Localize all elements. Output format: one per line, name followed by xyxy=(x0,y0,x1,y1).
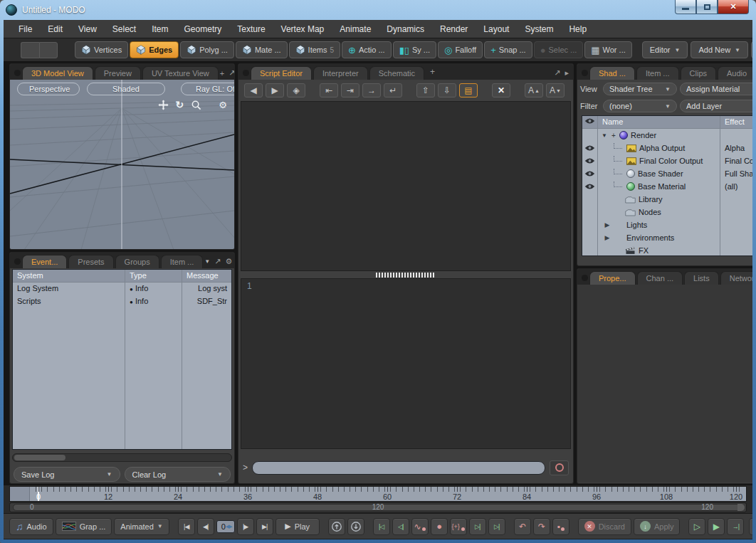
rotate-icon[interactable]: ↻ xyxy=(176,99,184,110)
nav-back-button[interactable]: ◀ xyxy=(244,83,263,97)
clear-log-dropdown[interactable]: Clear Log ▼ xyxy=(125,467,231,482)
undo-key-button[interactable]: ↶ xyxy=(514,518,531,535)
visibility-toggle[interactable] xyxy=(582,154,597,167)
effect-value[interactable]: Alpha xyxy=(720,142,752,154)
go-to-start-button[interactable]: |◀ xyxy=(178,518,195,535)
tree-row-nodes[interactable]: Nodes xyxy=(598,206,720,218)
filter-dropdown[interactable]: (none)▼ xyxy=(603,100,677,112)
shift-right-button[interactable]: ⇥ xyxy=(341,83,359,97)
menu-dynamics[interactable]: Dynamics xyxy=(379,21,432,37)
menu-system[interactable]: System xyxy=(517,21,561,37)
redo-key-button[interactable]: ↷ xyxy=(533,518,550,535)
nav-forward-button[interactable]: ▶ xyxy=(266,83,284,97)
column-header-effect[interactable]: Effect xyxy=(720,116,752,129)
tab-event-log[interactable]: Event... xyxy=(22,255,67,268)
tab-item-list[interactable]: Item ... xyxy=(161,255,204,268)
perspective-button[interactable]: Perspective xyxy=(17,83,80,95)
gear-icon[interactable]: ⚙ xyxy=(225,257,232,266)
menu-render[interactable]: Render xyxy=(432,21,476,37)
visibility-toggle[interactable] xyxy=(582,180,597,193)
maximize-button[interactable] xyxy=(696,0,718,14)
animated-dropdown[interactable]: Animated ▼ xyxy=(114,518,169,535)
discard-button[interactable]: ✕ Discard xyxy=(578,518,631,535)
save-script-button[interactable]: ⇩ xyxy=(438,83,456,97)
visibility-toggle[interactable] xyxy=(582,167,597,180)
key-square-button[interactable]: ▪ xyxy=(552,518,569,535)
add-layer-dropdown[interactable]: Add Layer▼ xyxy=(680,100,752,112)
chevron-right-icon[interactable]: ▸ xyxy=(565,68,569,78)
close-button[interactable]: ✕ xyxy=(718,0,749,14)
visibility-toggle[interactable] xyxy=(582,142,597,154)
effect-value[interactable] xyxy=(720,129,752,142)
clear-editor-button[interactable]: ✕ xyxy=(492,83,510,97)
timeline-ruler[interactable]: 0 12 24 36 48 60 72 84 96 108 120 xyxy=(9,486,747,502)
add-tab-icon[interactable]: + xyxy=(430,67,435,77)
add-tab-icon[interactable]: + xyxy=(220,69,224,78)
graph-editor-button[interactable]: Grap ... xyxy=(56,518,112,535)
pan-icon[interactable] xyxy=(158,100,169,110)
edges-mode-button[interactable]: Edges xyxy=(130,41,179,58)
expander-closed-icon[interactable]: ▶ xyxy=(604,234,611,241)
audio-button[interactable]: ♫ Audio xyxy=(9,518,53,535)
tab-presets[interactable]: Presets xyxy=(68,255,113,268)
materials-mode-button[interactable]: Mate ... xyxy=(236,41,288,58)
event-row-message[interactable]: SDF_Str xyxy=(182,295,231,308)
editor-dropdown[interactable]: Editor ▼ xyxy=(642,41,688,58)
event-row-system[interactable]: Scripts xyxy=(13,295,125,308)
add-new-dropdown[interactable]: Add New ▼ xyxy=(691,41,748,58)
panel-notch[interactable] xyxy=(14,258,21,265)
view-mode-dropdown[interactable]: Shader Tree▼ xyxy=(603,83,677,95)
command-input[interactable] xyxy=(252,461,545,475)
tab-audio[interactable]: Audio xyxy=(718,66,752,80)
chevron-down-icon[interactable]: ▼ xyxy=(204,258,210,265)
next-key-alt-button[interactable]: ▷| xyxy=(488,518,505,535)
blank-slot-button[interactable] xyxy=(39,42,58,58)
assign-material-button[interactable]: Assign Material xyxy=(680,83,752,95)
menu-layout[interactable]: Layout xyxy=(476,21,517,37)
play-range-button[interactable]: ▷ xyxy=(688,518,705,535)
gear-icon[interactable]: ⚙ xyxy=(219,100,227,110)
load-script-button[interactable]: ⇧ xyxy=(416,83,435,97)
go-to-end-button[interactable]: ▶| xyxy=(256,518,273,535)
clear-marks-button[interactable]: ◈ xyxy=(287,83,305,97)
blank-slot-button[interactable] xyxy=(21,42,39,58)
menu-animate[interactable]: Animate xyxy=(332,21,379,37)
panel-notch[interactable] xyxy=(14,70,21,76)
column-header-message[interactable]: Message xyxy=(182,270,231,283)
snapping-button[interactable]: + Snap ... xyxy=(484,41,532,58)
effect-value[interactable]: Full Shading xyxy=(720,167,752,180)
menu-select[interactable]: Select xyxy=(105,21,144,37)
effect-value[interactable]: Final Color xyxy=(720,154,752,167)
time-offset-down-button[interactable] xyxy=(347,518,364,535)
step-button[interactable]: → xyxy=(362,83,381,97)
tab-3d-model-view[interactable]: 3D Model View xyxy=(22,66,93,80)
menu-item[interactable]: Item xyxy=(144,21,176,37)
minimize-button[interactable] xyxy=(675,0,696,14)
editor-splitter[interactable] xyxy=(238,271,573,278)
tab-clips[interactable]: Clips xyxy=(681,66,716,80)
tab-shader-tree[interactable]: Shad ... xyxy=(589,66,635,80)
insert-return-button[interactable]: ↵ xyxy=(384,83,402,97)
range-right-handle[interactable] xyxy=(737,504,745,511)
column-header-type[interactable]: Type xyxy=(125,270,182,283)
auto-key-button[interactable]: ∿ xyxy=(411,518,429,535)
polygons-mode-button[interactable]: Polyg ... xyxy=(180,41,234,58)
vertices-mode-button[interactable]: Vertices xyxy=(75,41,128,58)
play-scene-button[interactable]: ▶ xyxy=(708,518,725,535)
split-view-button[interactable]: ▤ xyxy=(459,83,478,97)
menu-vertex-map[interactable]: Vertex Map xyxy=(273,21,332,37)
zoom-icon[interactable] xyxy=(191,100,201,110)
column-header-name[interactable]: Name xyxy=(598,116,720,129)
tree-row-fx[interactable]: FX xyxy=(598,244,720,255)
tree-row-final-color-output[interactable]: Final Color Output xyxy=(598,154,720,167)
play-button[interactable]: ▶ Play xyxy=(275,518,320,535)
items-mode-button[interactable]: Items 5 xyxy=(289,41,340,58)
previous-frame-button[interactable]: ◀| xyxy=(197,518,214,535)
tab-preview[interactable]: Preview xyxy=(95,66,141,80)
tab-properties[interactable]: Prope... xyxy=(589,271,636,285)
viewport-3d[interactable]: Perspective Shaded Ray GL: Off ↻ ⚙ xyxy=(10,80,234,250)
timeline-range-slider[interactable]: 0 120 120 xyxy=(9,502,747,512)
menu-geometry[interactable]: Geometry xyxy=(177,21,230,37)
apply-button[interactable]: ↓ Apply xyxy=(634,518,681,535)
tree-row-environments[interactable]: ▶ Environments xyxy=(598,231,720,244)
